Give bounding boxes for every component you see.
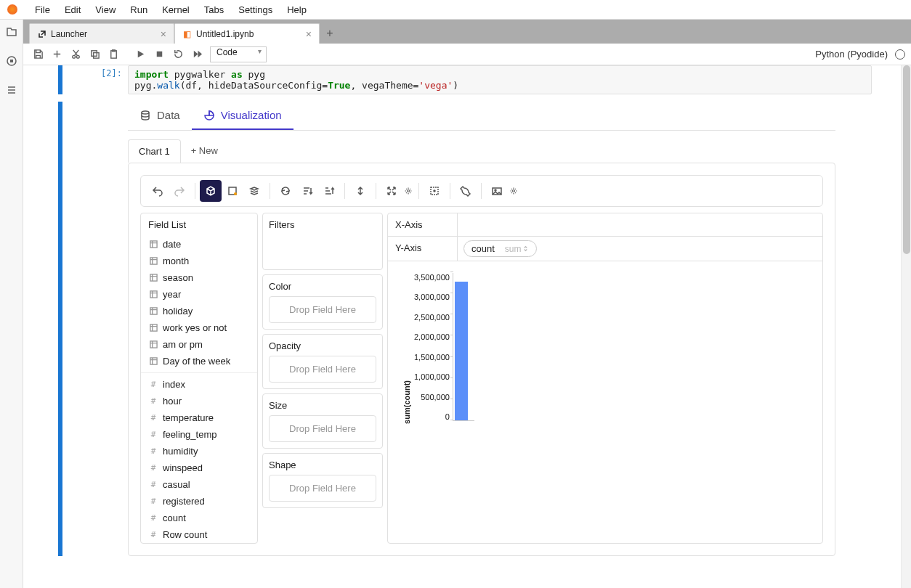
export-button[interactable] (486, 180, 508, 202)
cell-type-select[interactable]: Code (210, 46, 267, 62)
menu-run[interactable]: Run (123, 4, 155, 15)
field-item[interactable]: season (141, 269, 257, 286)
dropzone[interactable]: Drop Field Here (269, 296, 376, 323)
sort-desc-button[interactable] (318, 180, 340, 202)
pyg-tab-data[interactable]: Data (128, 102, 192, 130)
field-item[interactable]: #temperature (141, 409, 257, 426)
field-item[interactable]: #casual (141, 476, 257, 493)
code-token: pygwalker (169, 69, 231, 80)
menu-settings[interactable]: Settings (231, 4, 280, 15)
shelf-color[interactable]: Color Drop Field Here (262, 274, 383, 330)
shelf-shape[interactable]: Shape Drop Field Here (262, 453, 383, 508)
field-item[interactable]: #winspeed (141, 460, 257, 476)
field-name: count (163, 513, 186, 523)
svg-point-19 (495, 189, 496, 191)
export-settings-button[interactable] (508, 180, 519, 202)
menu-tabs[interactable]: Tabs (197, 4, 231, 15)
stack-button[interactable] (243, 180, 265, 202)
shelf-opacity[interactable]: Opacity Drop Field Here (262, 334, 383, 389)
notebook-icon: ◧ (182, 29, 192, 38)
shelf-filters[interactable]: Filters (262, 213, 383, 270)
run-button[interactable] (131, 46, 149, 63)
cut-button[interactable] (67, 46, 84, 63)
tab-notebook[interactable]: ◧ Untitled1.ipynb × (174, 23, 320, 44)
scrollbar-thumb[interactable] (903, 65, 910, 254)
svg-rect-23 (150, 274, 156, 281)
pyg-tab-visualization[interactable]: Visualization (192, 102, 293, 130)
field-pill-count[interactable]: count sum (463, 240, 537, 257)
field-item[interactable]: #count (141, 510, 257, 526)
tab-label: Untitled1.ipynb (196, 29, 254, 39)
aggregate-button[interactable] (200, 180, 222, 202)
bar (455, 282, 468, 420)
copy-button[interactable] (86, 46, 103, 63)
field-item[interactable]: holiday (141, 303, 257, 319)
close-icon[interactable]: × (161, 28, 166, 40)
field-item[interactable]: month (141, 253, 257, 269)
interrupt-button[interactable] (150, 46, 168, 63)
dropzone[interactable]: Drop Field Here (269, 356, 376, 383)
chart-tab-new[interactable]: + New (181, 139, 228, 163)
field-item[interactable]: #index (141, 376, 257, 393)
file-browser-icon[interactable] (5, 25, 18, 38)
kernel-name[interactable]: Python (Pyodide) (815, 49, 888, 60)
field-item[interactable]: Day of the week (141, 353, 257, 369)
field-name: winspeed (163, 462, 203, 473)
restart-button[interactable] (169, 46, 187, 63)
field-item[interactable]: date (141, 236, 257, 253)
svg-point-17 (434, 190, 435, 192)
add-cell-button[interactable] (48, 46, 65, 63)
shelf-size[interactable]: Size Drop Field Here (262, 393, 383, 449)
paste-button[interactable] (105, 46, 122, 63)
pill-aggregation[interactable]: sum (505, 244, 530, 254)
field-item[interactable]: work yes or not (141, 319, 257, 336)
code-cell[interactable]: [2]: import pygwalker as pyg pyg.walk(df… (38, 65, 901, 94)
field-item[interactable]: #hour (141, 393, 257, 409)
field-name: month (163, 256, 189, 266)
field-name: feeling_temp (163, 429, 216, 440)
field-item[interactable]: year (141, 286, 257, 303)
save-button[interactable] (29, 46, 46, 63)
field-item[interactable]: #registered (141, 493, 257, 510)
add-tab-button[interactable]: + (320, 23, 340, 44)
menu-edit[interactable]: Edit (57, 4, 88, 15)
field-item[interactable]: #feeling_temp (141, 426, 257, 443)
transpose-button[interactable] (275, 180, 296, 202)
menu-view[interactable]: View (88, 4, 123, 15)
field-item[interactable]: am or pm (141, 336, 257, 353)
external-link-icon (37, 29, 46, 38)
undo-button[interactable] (147, 180, 169, 202)
geo-button[interactable] (424, 180, 445, 202)
redo-button[interactable] (169, 180, 190, 202)
sort-asc-button[interactable] (296, 180, 318, 202)
chart-tab-1[interactable]: Chart 1 (128, 139, 181, 163)
shelf-title: Size (269, 400, 376, 411)
y-axis-label: Y-Axis (388, 237, 458, 261)
axes-resize-button[interactable] (349, 180, 371, 202)
restart-run-all-button[interactable] (188, 46, 206, 63)
quantitative-icon: # (148, 413, 158, 423)
running-kernels-icon[interactable] (5, 54, 18, 68)
close-icon[interactable]: × (306, 28, 312, 40)
svg-rect-25 (150, 308, 156, 314)
config-button[interactable] (455, 180, 477, 202)
y-axis-shelf[interactable]: count sum (458, 237, 822, 261)
layout-settings-button[interactable] (402, 180, 414, 202)
toc-icon[interactable] (5, 83, 18, 97)
field-item[interactable]: #Row count (141, 526, 257, 543)
menu-file[interactable]: File (28, 4, 57, 15)
dropzone[interactable]: Drop Field Here (269, 475, 376, 502)
tab-launcher[interactable]: Launcher × (29, 23, 174, 44)
field-item[interactable]: #humidity (141, 443, 257, 460)
mark-type-button[interactable] (222, 180, 243, 202)
code-editor[interactable]: import pygwalker as pyg pyg.walk(df, hid… (128, 65, 872, 94)
menu-kernel[interactable]: Kernel (155, 4, 197, 15)
vertical-scrollbar[interactable] (901, 65, 911, 588)
layout-button[interactable] (381, 180, 402, 202)
field-name: registered (163, 496, 205, 507)
dropzone[interactable]: Drop Field Here (269, 415, 376, 442)
menu-help[interactable]: Help (280, 4, 314, 15)
bar-chart (453, 273, 474, 421)
x-axis-shelf[interactable] (458, 213, 822, 236)
kernel-status-icon[interactable] (895, 49, 905, 60)
